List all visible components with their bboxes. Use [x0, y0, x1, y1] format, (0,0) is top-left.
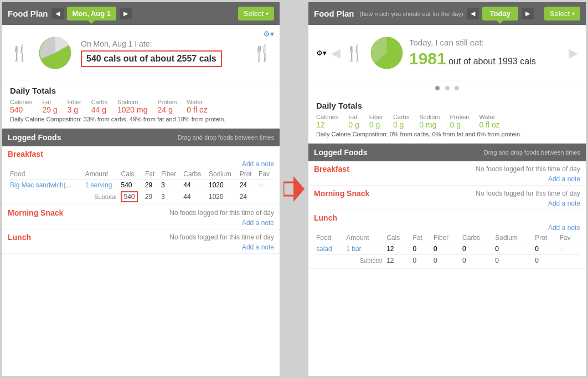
left-total-label-3: Carbs: [91, 99, 107, 105]
left-summary: ⚙▾ 🍴 On Mon, Aug 1 I ate: 540 cals out o…: [2, 25, 280, 80]
left-logged-foods: Logged Foods Drag and drop foods between…: [2, 129, 280, 376]
svg-rect-1: [283, 182, 295, 196]
right-totals-grid: Calories12Fat0 gFiber0 gCarbs0 gSodium0 …: [316, 114, 578, 129]
right-prev-btn[interactable]: ◀: [467, 8, 479, 19]
left-morning-snack-header: Morning Snack No foods logged for this t…: [8, 208, 274, 217]
subtotal-row-lunch-right: Subtotal 12 0 0 0 0 0: [314, 255, 580, 267]
right-breakfast-name: Breakfast: [314, 165, 349, 173]
food-fiber-bigmac: 3: [159, 180, 181, 191]
food-cals-salad: 12: [384, 243, 410, 255]
table-row: Big Mac sandwich(... 1 serving 540 29 3 …: [8, 180, 274, 191]
left-next-btn[interactable]: ▶: [120, 8, 132, 19]
left-daily-totals: Daily Totals Calories540Fat29 gFiber3 gC…: [2, 80, 280, 129]
th-fav-right: Fav: [558, 233, 580, 243]
th-cals-right: Cals: [384, 233, 410, 243]
subtotal-fat-left: 29: [143, 191, 159, 203]
th-carbs-left: Carbs: [181, 169, 207, 180]
right-total-col-2: Fiber0 g: [369, 114, 383, 129]
right-total-label-6: Water: [479, 114, 499, 120]
subtotal-sodium-left: 1020: [207, 191, 238, 203]
right-drag-hint: Drag and drop foods between times: [484, 149, 580, 156]
right-total-value-3: 0 g: [393, 120, 409, 129]
subtotal-label-left: Subtotal: [94, 193, 116, 200]
right-next-btn[interactable]: ▶: [522, 8, 534, 19]
right-prev-arrow[interactable]: ◀: [331, 46, 341, 60]
right-daily-totals-title: Daily Totals: [316, 101, 578, 110]
food-prot-salad: 0: [533, 243, 557, 255]
th-prot-left: Prot: [238, 169, 256, 180]
fork-icon-right-left: 🍴: [252, 44, 272, 62]
right-summary-text: Today, I can still eat: 1981 out of abou…: [409, 38, 564, 68]
subtotal-carbs-left: 44: [181, 191, 207, 203]
right-total-label-0: Calories: [316, 114, 338, 120]
left-daily-totals-title: Daily Totals: [10, 86, 272, 95]
left-prev-btn[interactable]: ◀: [51, 8, 64, 19]
right-select-btn[interactable]: Select: [544, 7, 580, 21]
food-carbs-bigmac: 44: [181, 180, 207, 191]
right-logged-foods-header: Logged Foods Drag and drop foods between…: [308, 144, 586, 161]
food-amount-salad[interactable]: 1 bar: [344, 243, 384, 255]
right-total-col-0: Calories12: [316, 114, 338, 129]
right-logged-foods: Logged Foods Drag and drop foods between…: [308, 144, 586, 376]
subtotal-cals-left: 540: [118, 191, 142, 203]
food-carbs-salad: 0: [460, 243, 493, 255]
right-logged-foods-title: Logged Foods: [314, 148, 367, 157]
left-total-label-6: Water: [187, 99, 207, 105]
left-total-label-4: Sodium: [117, 99, 147, 105]
right-total-label-5: Protein: [450, 114, 470, 120]
right-lunch-table: Food Amount Cals Fat Fiber Carbs Sodium …: [314, 233, 580, 266]
left-breakfast-add-note[interactable]: Add a note: [242, 160, 274, 168]
th-amount-left: Amount: [83, 169, 119, 180]
left-date-badge: Mon, Aug 1: [67, 7, 117, 21]
right-lunch-header: Lunch: [314, 213, 580, 222]
right-breakfast-no-foods: No foods logged for this time of day: [476, 165, 580, 173]
th-sodium-right: Sodium: [493, 233, 533, 243]
left-lunch-header: Lunch No foods logged for this time of d…: [8, 233, 274, 242]
left-gear-icon[interactable]: ⚙▾: [263, 29, 274, 38]
right-summary: ⚙▾ ◀ 🍴 Today, I can still eat: 1981 out …: [308, 25, 586, 80]
right-total-value-4: 0 mg: [419, 120, 440, 129]
food-sodium-bigmac: 1020: [207, 180, 238, 191]
left-total-label-0: Calories: [10, 99, 32, 105]
left-total-value-3: 44 g: [91, 105, 107, 114]
left-ate-label: On Mon, Aug 1 I ate:: [81, 39, 245, 48]
right-total-label-3: Carbs: [393, 114, 409, 120]
left-breakfast-name: Breakfast: [8, 150, 43, 159]
right-composition: Daily Calorie Composition: 0% from carbs…: [316, 131, 578, 137]
right-total-col-3: Carbs0 g: [393, 114, 409, 129]
left-lunch-no-foods: No foods logged for this time of day: [169, 233, 274, 241]
food-name-salad[interactable]: salad: [314, 243, 344, 255]
food-fav-bigmac[interactable]: ☆: [256, 180, 274, 191]
right-gear-icon[interactable]: ⚙▾: [316, 49, 327, 57]
left-meal-breakfast: Breakfast Add a note Food Amount Cals Fa…: [2, 146, 280, 205]
food-fav-salad[interactable]: ☆: [558, 243, 580, 255]
right-total-value-1: 0 g: [348, 120, 359, 129]
left-morning-snack-add-note[interactable]: Add a note: [242, 219, 274, 227]
left-total-value-6: 0 fl oz: [187, 105, 207, 114]
right-lunch-add-note[interactable]: Add a note: [548, 224, 580, 232]
left-total-label-2: Fiber: [68, 99, 81, 105]
th-prot-right: Prot: [533, 233, 557, 243]
right-daily-totals: Daily Totals Calories12Fat0 gFiber0 gCar…: [308, 95, 586, 144]
right-panel: Food Plan (how much you should eat for t…: [308, 2, 586, 376]
right-still-eat-label: Today, I can still eat:: [409, 38, 564, 47]
pie-chart-right: [369, 35, 405, 71]
pie-chart-left: [37, 35, 73, 71]
food-amount-bigmac[interactable]: 1 serving: [83, 180, 119, 191]
svg-marker-2: [293, 176, 305, 202]
left-select-btn[interactable]: Select: [238, 7, 274, 21]
left-lunch-add-note[interactable]: Add a note: [242, 243, 274, 251]
th-cals-left: Cals: [118, 169, 142, 180]
th-sodium-left: Sodium: [207, 169, 238, 180]
left-meal-morning-snack: Morning Snack No foods logged for this t…: [2, 205, 280, 229]
food-name-bigmac[interactable]: Big Mac sandwich(...: [8, 180, 83, 191]
fork-icon-right-left2: 🍴: [345, 44, 364, 62]
right-next-arrow[interactable]: ▶: [569, 46, 578, 60]
right-breakfast-add-note[interactable]: Add a note: [548, 175, 580, 183]
right-total-value-6: 0 fl oz: [479, 120, 499, 129]
right-today-badge: Today: [482, 7, 518, 21]
fork-icon-left: 🍴: [10, 44, 29, 62]
right-morning-snack-add-note[interactable]: Add a note: [548, 200, 580, 207]
left-total-value-5: 24 g: [158, 105, 177, 114]
left-total-value-1: 29 g: [42, 105, 57, 114]
